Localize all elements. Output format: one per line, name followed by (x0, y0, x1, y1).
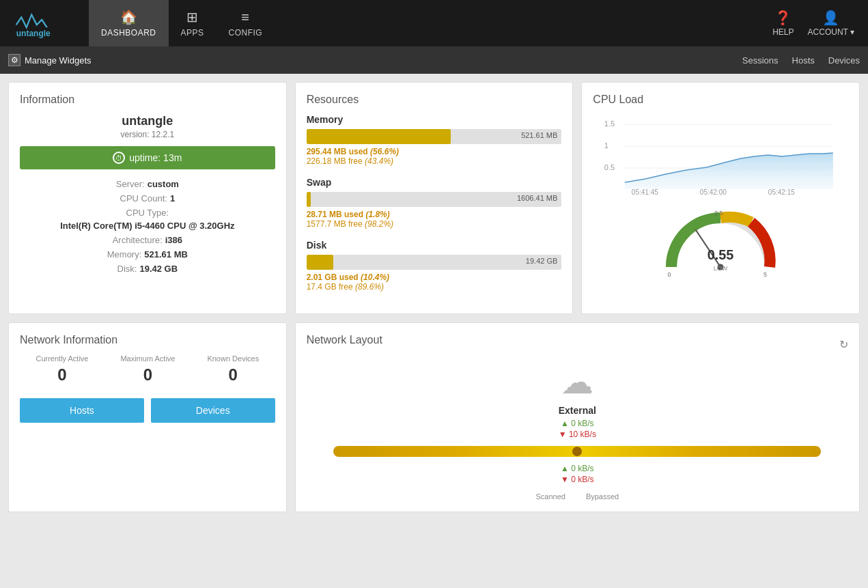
config-nav-btn[interactable]: ≡ CONFIG (216, 0, 275, 46)
memory-label: Memory: (107, 249, 142, 260)
manage-widgets-label: Manage Widgets (25, 55, 92, 66)
swap-used: 28.71 MB used (1.8%) (307, 210, 390, 219)
memory-row: Memory: 521.61 MB (20, 249, 275, 260)
swap-total: 1606.41 MB (517, 194, 557, 202)
info-version: version: 12.2.1 (20, 130, 275, 139)
untangle-logo: untangle (14, 8, 75, 39)
cpu-load-title: CPU Load (593, 94, 848, 106)
bypassed-label: Bypassed (586, 492, 619, 501)
network-layout-header: Network Layout ↻ (307, 334, 848, 354)
account-label: ACCOUNT ▾ (808, 27, 854, 37)
disk-value: 19.42 GB (139, 264, 178, 274)
memory-progress-fill (307, 129, 451, 144)
scanned-label: Scanned (535, 492, 565, 501)
logo-area: untangle (7, 8, 82, 39)
apps-icon: ⊞ (186, 9, 199, 25)
network-info-widget: Network Information Currently Active 0 M… (8, 322, 287, 512)
server-label: Server: (116, 179, 145, 189)
scanned-bypassed: Scanned Bypassed (535, 492, 619, 501)
swap-stats: 28.71 MB used (1.8%) 1577.7 MB free (98.… (307, 210, 562, 229)
arch-row: Architecture: i386 (20, 235, 275, 245)
network-bar (333, 446, 821, 457)
help-btn[interactable]: ❓ HELP (772, 10, 794, 37)
toolbar-links: Sessions Hosts Devices (742, 55, 860, 66)
memory-stats: 295.44 MB used (56.6%) 226.18 MB free (4… (307, 147, 562, 166)
dashboard-nav-btn[interactable]: 🏠 DASHBOARD (89, 0, 169, 46)
top-navigation: untangle 🏠 DASHBOARD ⊞ APPS ≡ CONFIG ❓ H… (0, 0, 868, 46)
svg-text:0.55: 0.55 (708, 247, 734, 262)
maximum-active-stat: Maximum Active 0 (120, 354, 175, 384)
cpu-gauge-container: 0 2.5 5 0.55 LOW (593, 205, 848, 280)
memory-total: 521.61 MB (521, 131, 557, 139)
nav-right-area: ❓ HELP 👤 ACCOUNT ▾ (772, 10, 861, 37)
server-row: Server: custom (20, 179, 275, 189)
network-info-title: Network Information (20, 334, 275, 346)
memory-section: Memory 521.61 MB 295.44 MB used (56.6%) … (307, 114, 562, 166)
bottom-up-speed: ▲ 0 kB/s (561, 464, 594, 473)
network-bar-dot (572, 447, 582, 456)
resources-title: Resources (307, 94, 562, 106)
uptime-bar: ⏱ uptime: 13m (20, 146, 275, 169)
config-nav-label: CONFIG (229, 28, 263, 38)
cloud-icon: ☁ (561, 363, 593, 401)
svg-text:05:42:00: 05:42:00 (700, 188, 727, 196)
cpu-type-value: Intel(R) Core(TM) i5-4460 CPU @ 3.20GHz (60, 221, 234, 231)
svg-text:2.5: 2.5 (714, 210, 723, 216)
external-down-speed: ▼ 10 kB/s (559, 430, 596, 439)
disk-section: Disk 19.42 GB 2.01 GB used (10.4%) 17.4 … (307, 240, 562, 292)
svg-marker-7 (625, 153, 833, 189)
svg-text:LOW: LOW (714, 265, 728, 272)
hosts-button[interactable]: Hosts (20, 398, 144, 423)
bottom-speed: ▲ 0 kB/s ▼ 0 kB/s (561, 464, 594, 484)
server-value: custom (148, 179, 179, 189)
network-layout-title: Network Layout (307, 334, 382, 346)
memory-value: 521.61 MB (144, 249, 188, 260)
devices-button[interactable]: Devices (151, 398, 275, 423)
apps-nav-btn[interactable]: ⊞ APPS (169, 0, 216, 46)
external-up-speed: ▲ 0 kB/s (561, 419, 594, 428)
cpu-type-row: CPU Type: Intel(R) Core(TM) i5-4460 CPU … (20, 208, 275, 231)
information-title: Information (20, 94, 275, 106)
external-speed: ▲ 0 kB/s ▼ 10 kB/s (559, 419, 596, 439)
known-devices-value: 0 (207, 365, 259, 384)
account-btn[interactable]: 👤 ACCOUNT ▾ (808, 10, 854, 37)
cpu-count-row: CPU Count: 1 (20, 193, 275, 204)
disk-free: 17.4 GB free (89.6%) (307, 282, 384, 292)
disk-used: 2.01 GB used (10.4%) (307, 272, 389, 282)
resources-widget: Resources Memory 521.61 MB 295.44 MB use… (295, 82, 574, 314)
memory-label: Memory (307, 114, 562, 125)
known-devices-label: Known Devices (207, 354, 259, 363)
network-layout-body: ☁ External ▲ 0 kB/s ▼ 10 kB/s ▲ 0 kB/s ▼… (307, 363, 848, 501)
devices-link[interactable]: Devices (828, 55, 860, 66)
svg-text:5: 5 (764, 271, 767, 278)
currently-active-stat: Currently Active 0 (36, 354, 88, 384)
svg-text:05:41:45: 05:41:45 (632, 188, 658, 196)
currently-active-value: 0 (36, 365, 88, 384)
cpu-load-widget: CPU Load 1.5 1 0.5 05:41:45 05:42:00 (581, 82, 860, 314)
disk-progress-fill (307, 255, 333, 270)
disk-row: Disk: 19.42 GB (20, 264, 275, 274)
arch-value: i386 (165, 235, 182, 245)
cpu-count-value: 1 (170, 193, 175, 204)
svg-text:untangle: untangle (16, 28, 51, 38)
currently-active-label: Currently Active (36, 354, 88, 363)
hosts-link[interactable]: Hosts (792, 55, 815, 66)
dashboard-icon: 🏠 (120, 9, 138, 25)
information-widget: Information untangle version: 12.2.1 ⏱ u… (8, 82, 287, 314)
manage-widgets-btn[interactable]: ⚙ Manage Widgets (8, 54, 92, 66)
swap-section: Swap 1606.41 MB 28.71 MB used (1.8%) 157… (307, 177, 562, 229)
disk-total: 19.42 GB (526, 257, 557, 265)
svg-text:1.5: 1.5 (604, 120, 615, 128)
help-icon: ❓ (774, 10, 792, 26)
network-stats: Currently Active 0 Maximum Active 0 Know… (20, 354, 275, 384)
apps-nav-label: APPS (181, 28, 204, 38)
refresh-button[interactable]: ↻ (839, 338, 848, 351)
disk-stats: 2.01 GB used (10.4%) 17.4 GB free (89.6%… (307, 272, 562, 292)
arch-label: Architecture: (113, 235, 163, 245)
sessions-link[interactable]: Sessions (742, 55, 779, 66)
disk-label: Disk: (117, 264, 137, 274)
swap-free: 1577.7 MB free (98.2%) (307, 219, 393, 229)
info-hostname: untangle (20, 114, 275, 128)
memory-used: 295.44 MB used (56.6%) (307, 147, 399, 156)
svg-text:05:42:15: 05:42:15 (768, 188, 795, 196)
